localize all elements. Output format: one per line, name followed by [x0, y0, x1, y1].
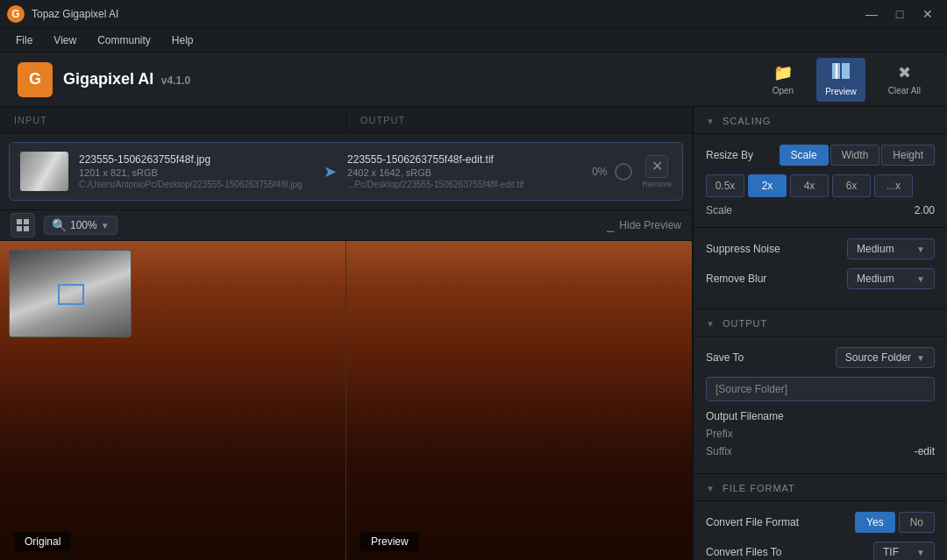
height-option-button[interactable]: Height: [881, 145, 935, 166]
save-to-row: Save To Source Folder ▼: [706, 347, 935, 368]
io-header: INPUT OUTPUT: [0, 107, 692, 133]
width-option-button[interactable]: Width: [830, 145, 880, 166]
remove-blur-value: Medium: [857, 273, 894, 285]
zoom-control[interactable]: 🔍 100% ▼: [44, 216, 117, 235]
scaling-chevron: ▼: [706, 117, 716, 126]
folder-icon: 📁: [773, 63, 793, 82]
suffix-label: Suffix: [706, 445, 732, 457]
logo-icon: G: [18, 62, 53, 97]
scaling-section-header: ▼ SCALING: [694, 107, 947, 134]
close-button[interactable]: ✕: [915, 5, 940, 23]
grid-view-button[interactable]: [11, 213, 35, 237]
progress-area: 0%: [592, 163, 631, 181]
svg-rect-4: [24, 219, 29, 224]
zoom-arrow-icon: ▼: [101, 221, 110, 230]
remove-blur-dropdown[interactable]: Medium ▼: [847, 268, 935, 289]
remove-button[interactable]: ✕ Remove: [643, 155, 673, 188]
menu-bar: File View Community Help: [0, 28, 947, 53]
convert-format-label: Convert File Format: [706, 516, 799, 528]
convert-no-button[interactable]: No: [899, 512, 935, 533]
minimize-button[interactable]: —: [859, 5, 884, 23]
hide-preview-label: Hide Preview: [619, 219, 681, 231]
convert-to-value: TIF: [883, 546, 899, 558]
convert-format-toggle: Yes No: [855, 512, 935, 533]
scale-2x-button[interactable]: 2x: [748, 174, 787, 197]
remove-blur-arrow: ▼: [916, 274, 925, 284]
maximize-button[interactable]: □: [887, 5, 912, 23]
thumbnail-overlay: [9, 250, 132, 337]
svg-rect-6: [24, 226, 29, 231]
menu-item-file[interactable]: File: [7, 32, 41, 49]
scaling-section-content: Resize By Scale Width Height 0.5x 2x 4x …: [694, 134, 947, 228]
output-meta: 2402 x 1642, sRGB: [347, 167, 581, 178]
left-panel: INPUT OUTPUT 223555-1506263755f48f.jpg 1…: [0, 107, 693, 560]
scale-value-row: Scale 2.00: [706, 204, 935, 216]
hide-preview-button[interactable]: ⎯ Hide Preview: [607, 218, 681, 232]
open-button[interactable]: 📁 Open: [764, 58, 802, 101]
clear-icon: ✖: [898, 63, 911, 82]
output-filename: 223555-1506263755f48f-edit.tif: [347, 153, 581, 166]
output-chevron: ▼: [706, 319, 716, 329]
file-row: 223555-1506263755f48f.jpg 1201 x 821, sR…: [9, 142, 683, 201]
suppress-noise-value: Medium: [857, 243, 894, 255]
convert-to-dropdown[interactable]: TIF ▼: [873, 542, 935, 560]
convert-yes-button[interactable]: Yes: [855, 512, 895, 533]
svg-rect-5: [17, 226, 22, 231]
suppress-noise-label: Suppress Noise: [706, 243, 780, 255]
preview-image: [346, 241, 692, 560]
thumb-image: [20, 152, 68, 191]
input-filename: 223555-1506263755f48f.jpg: [79, 153, 313, 166]
suppress-noise-dropdown[interactable]: Medium ▼: [847, 238, 935, 259]
menu-item-help[interactable]: Help: [163, 32, 203, 49]
input-path: C:/Users/AntonioPc/Desktop/223555-150626…: [79, 180, 313, 189]
convert-to-row: Convert Files To TIF ▼: [706, 542, 935, 560]
convert-to-label: Convert Files To: [706, 546, 781, 558]
suffix-row: Suffix -edit: [706, 445, 935, 457]
output-filename-label: Output Filename: [706, 410, 784, 422]
menu-item-community[interactable]: Community: [89, 32, 160, 49]
right-panel: ▼ SCALING Resize By Scale Width Height 0…: [693, 107, 947, 560]
save-to-dropdown[interactable]: Source Folder ▼: [836, 347, 935, 368]
scale-05x-button[interactable]: 0.5x: [706, 174, 744, 197]
original-pane: Original: [0, 241, 345, 560]
input-label: INPUT: [0, 107, 345, 132]
preview-pane: Preview: [345, 241, 692, 560]
output-label: OUTPUT: [345, 107, 692, 132]
output-file-info: 223555-1506263755f48f-edit.tif 2402 x 16…: [347, 153, 581, 189]
clear-all-button[interactable]: ✖ Clear All: [879, 58, 929, 101]
convert-format-row: Convert File Format Yes No: [706, 512, 935, 533]
remove-label: Remove: [643, 180, 673, 188]
resize-by-label: Resize By: [706, 149, 753, 161]
main-layout: INPUT OUTPUT 223555-1506263755f48f.jpg 1…: [0, 107, 947, 560]
scale-custom-button[interactable]: ...x: [874, 174, 913, 197]
suppress-noise-row: Suppress Noise Medium ▼: [706, 238, 935, 259]
title-bar: G Topaz Gigapixel AI — □ ✕: [0, 0, 947, 28]
output-section-content: Save To Source Folder ▼ [Source Folder] …: [694, 337, 947, 474]
window-controls: — □ ✕: [859, 5, 940, 23]
header-buttons: 📁 Open Preview ✖ Clear All: [764, 58, 929, 102]
scale-option-button[interactable]: Scale: [780, 145, 829, 166]
scale-buttons: 0.5x 2x 4x 6x ...x: [706, 174, 935, 197]
noise-blur-section: Suppress Noise Medium ▼ Remove Blur Medi…: [694, 228, 947, 309]
resize-by-row: Resize By Scale Width Height: [706, 145, 935, 166]
scale-4x-button[interactable]: 4x: [790, 174, 829, 197]
zoom-icon: 🔍: [52, 218, 67, 232]
input-meta: 1201 x 821, sRGB: [79, 167, 313, 178]
file-format-label: FILE FORMAT: [723, 483, 795, 493]
svg-rect-3: [17, 219, 22, 224]
preview-area: Original Preview: [0, 241, 692, 560]
input-file-info: 223555-1506263755f48f.jpg 1201 x 821, sR…: [79, 153, 313, 189]
preview-button[interactable]: Preview: [816, 58, 865, 102]
scale-value-label: Scale: [706, 204, 732, 216]
resize-by-group: Scale Width Height: [780, 145, 935, 166]
app-version: v4.1.0: [161, 74, 190, 87]
output-path: ...Pc/Desktop/223555-1506263755f48f-edit…: [347, 180, 581, 189]
file-list-area: 223555-1506263755f48f.jpg 1201 x 821, sR…: [0, 133, 692, 209]
file-thumbnail: [20, 152, 68, 191]
prefix-row: Prefix: [706, 428, 935, 440]
menu-item-view[interactable]: View: [45, 32, 85, 49]
selection-box: [58, 284, 84, 305]
scale-6x-button[interactable]: 6x: [832, 174, 871, 197]
file-format-section-content: Convert File Format Yes No Convert Files…: [694, 501, 947, 560]
preview-toolbar: 🔍 100% ▼ ⎯ Hide Preview: [0, 209, 692, 241]
